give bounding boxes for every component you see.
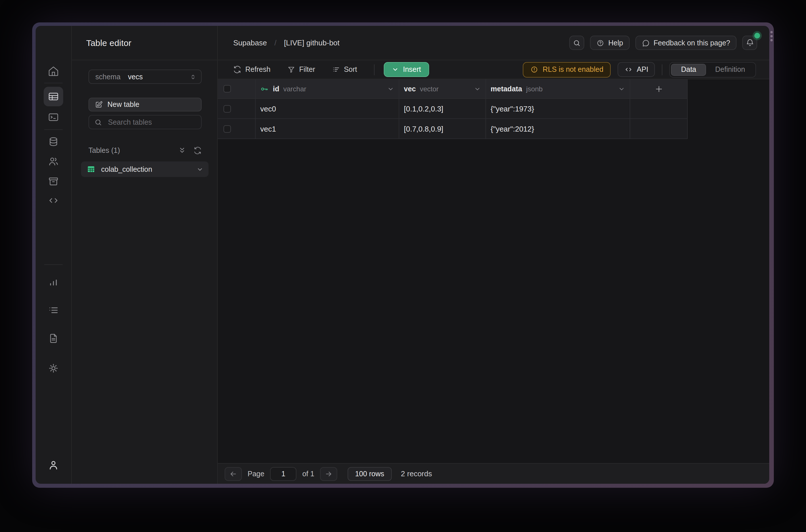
column-header-metadata[interactable]: metadata jsonb [486, 79, 630, 99]
tab-data[interactable]: Data [671, 63, 706, 76]
refresh-label: Refresh [245, 65, 271, 74]
edge-functions-icon[interactable] [48, 195, 59, 206]
plus-icon [654, 84, 663, 93]
storage-icon[interactable] [48, 176, 59, 187]
sort-label: Sort [344, 65, 357, 74]
notifications-button[interactable] [742, 36, 757, 50]
project-header: Supabase / [LIVE] github-bot Help [218, 26, 769, 60]
reports-icon[interactable] [48, 277, 59, 288]
sidebar-header: Table editor [72, 26, 217, 60]
table-editor-sidebar: Table editor schema vecs New table [72, 26, 218, 484]
account-avatar-icon[interactable] [47, 459, 59, 471]
toolbar-divider [374, 64, 374, 75]
filter-icon [287, 65, 295, 74]
table-editor-icon[interactable] [44, 87, 63, 106]
search-tables-field[interactable] [89, 115, 202, 129]
filter-label: Filter [299, 65, 315, 74]
help-circle-icon [596, 39, 604, 47]
chevron-down-icon[interactable] [387, 85, 394, 92]
cell-id[interactable]: vec0 [260, 104, 276, 113]
new-table-button[interactable]: New table [89, 98, 202, 112]
nav-rail [36, 26, 72, 484]
table-row[interactable]: vec1 [0.7,0.8,0.9] {"year":2012} [218, 119, 688, 139]
database-icon[interactable] [48, 136, 59, 148]
search-tables-input[interactable] [107, 117, 187, 127]
page-title: Table editor [86, 38, 132, 48]
chat-bubble-icon [641, 39, 650, 47]
add-column-button[interactable] [630, 79, 688, 99]
authentication-icon[interactable] [48, 156, 59, 167]
grid-area: id varchar vec vector metadata [218, 79, 769, 463]
breadcrumb-project[interactable]: [LIVE] github-bot [284, 38, 340, 47]
insert-button[interactable]: Insert [383, 62, 429, 77]
feedback-label: Feedback on this page? [653, 39, 730, 47]
refresh-tables-icon[interactable] [194, 147, 202, 154]
breadcrumb-separator: / [274, 38, 276, 47]
arrow-right-icon [325, 470, 333, 478]
breadcrumb: Supabase / [LIVE] github-bot [233, 38, 340, 47]
breadcrumb-org[interactable]: Supabase [233, 38, 267, 47]
page-label: Page [248, 470, 264, 478]
table-list-item[interactable]: colab_collection [81, 162, 209, 177]
logs-icon[interactable] [48, 304, 59, 316]
chevron-down-icon[interactable] [618, 85, 625, 92]
column-type: vector [420, 85, 439, 93]
column-name: vec [404, 85, 416, 93]
home-icon[interactable] [48, 65, 59, 77]
table-name: colab_collection [101, 165, 152, 173]
column-name: metadata [491, 85, 522, 93]
next-page-button[interactable] [320, 467, 337, 480]
previous-page-button[interactable] [225, 467, 242, 480]
tables-heading: Tables (1) [89, 147, 120, 154]
tab-definition[interactable]: Definition [706, 63, 754, 76]
chevron-down-icon[interactable] [474, 85, 481, 92]
schema-selector[interactable]: schema vecs [89, 70, 202, 84]
chevron-down-icon [391, 66, 398, 73]
cell-metadata[interactable]: {"year":1973} [491, 104, 534, 113]
data-grid: id varchar vec vector metadata [218, 79, 688, 139]
cell-metadata[interactable]: {"year":2012} [491, 125, 534, 133]
cell-id[interactable]: vec1 [260, 125, 276, 133]
arrow-left-icon [229, 470, 237, 478]
page-count-label: of 1 [302, 470, 314, 478]
cell-vec[interactable]: [0.7,0.8,0.9] [404, 125, 443, 133]
grid-toolbar: Refresh Filter Sort Insert [218, 60, 769, 79]
feedback-button[interactable]: Feedback on this page? [635, 36, 736, 50]
sort-icon [332, 65, 340, 74]
sql-editor-icon[interactable] [48, 112, 59, 123]
chevron-down-icon[interactable] [196, 166, 204, 173]
code-icon [625, 65, 633, 74]
collapse-all-icon[interactable] [178, 147, 186, 154]
edit-icon [95, 100, 103, 109]
toolbar-divider [662, 64, 663, 75]
rows-per-page-button[interactable]: 100 rows [348, 467, 391, 480]
api-button[interactable]: API [618, 62, 655, 77]
row-checkbox[interactable] [224, 125, 231, 132]
api-docs-icon[interactable] [48, 332, 59, 344]
sort-button[interactable]: Sort [332, 65, 357, 74]
search-button[interactable] [569, 36, 584, 50]
rls-warning-label: RLS is not enabled [543, 65, 603, 74]
primary-key-icon [260, 85, 268, 93]
table-row[interactable]: vec0 [0.1,0.2,0.3] {"year":1973} [218, 99, 688, 119]
column-header-vec[interactable]: vec vector [399, 79, 486, 99]
app-window-frame: Table editor schema vecs New table [32, 22, 774, 488]
search-icon [573, 39, 581, 47]
help-button[interactable]: Help [590, 36, 629, 50]
insert-label: Insert [403, 65, 421, 74]
row-checkbox[interactable] [224, 105, 231, 112]
filter-button[interactable]: Filter [287, 65, 315, 74]
chevrons-up-down-icon [190, 73, 196, 80]
cell-vec[interactable]: [0.1,0.2,0.3] [404, 104, 443, 113]
column-type: jsonb [526, 85, 543, 93]
window-handle-dots [770, 31, 773, 41]
column-header-id[interactable]: id varchar [256, 79, 399, 99]
page-number-input[interactable] [270, 467, 296, 480]
help-label: Help [608, 39, 623, 47]
rls-warning-badge[interactable]: RLS is not enabled [522, 62, 611, 77]
project-settings-icon[interactable] [48, 362, 59, 374]
refresh-button[interactable]: Refresh [233, 65, 271, 74]
column-name: id [273, 85, 279, 93]
select-all-checkbox[interactable] [224, 85, 231, 93]
main-panel: Supabase / [LIVE] github-bot Help [218, 26, 769, 484]
